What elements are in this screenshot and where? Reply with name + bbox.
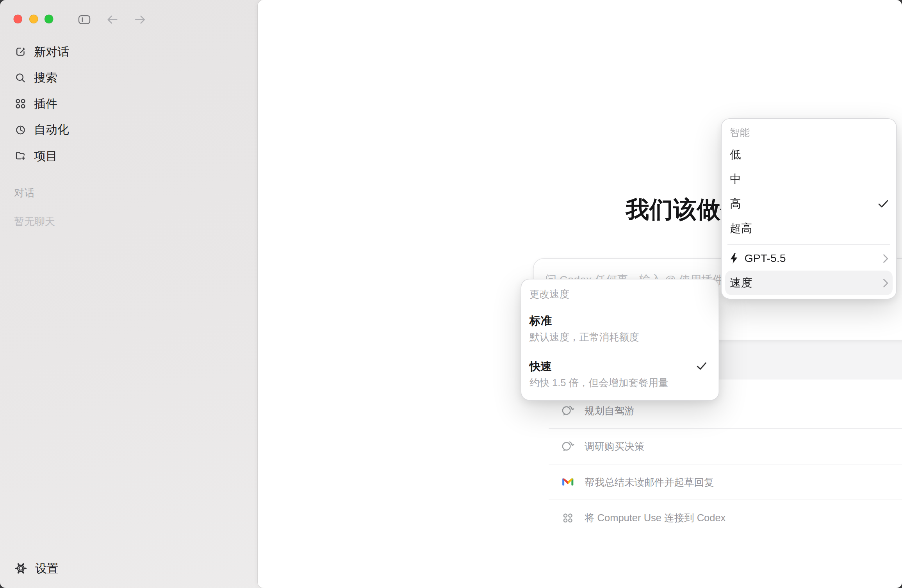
suggestion-label: 调研购买决策 (585, 440, 644, 453)
sidebar-item-settings[interactable]: 设置 (15, 560, 59, 577)
sidebar: 新对话 搜索 插件 (0, 0, 258, 588)
gmail-icon (561, 476, 576, 488)
sidebar-item-label: 搜索 (34, 70, 57, 86)
suggestions-list: 规划自驾游 调研购买决策 (549, 393, 902, 536)
chat-suggestion-icon (561, 440, 576, 453)
suggestion-row[interactable]: 帮我总结未读邮件并起草回复 (549, 465, 902, 501)
compose-icon (15, 46, 27, 57)
suggestion-label: 将 Computer Use 连接到 Codex (585, 511, 726, 525)
chevron-right-icon (883, 253, 889, 264)
folder-plus-icon (15, 150, 27, 162)
app-window: 新对话 搜索 插件 (0, 0, 902, 588)
menu-item-standard-speed[interactable]: 标准 默认速度，正常消耗额度 (521, 314, 719, 345)
zoom-button[interactable] (45, 15, 53, 24)
menu-item-medium[interactable]: 中 (725, 167, 893, 192)
menu-item-low[interactable]: 低 (725, 143, 893, 167)
clock-icon (15, 124, 27, 136)
suggestion-label: 帮我总结未读邮件并起草回复 (585, 475, 714, 489)
menu-item-fast-speed[interactable]: 快速 约快 1.5 倍，但会增加套餐用量 (521, 359, 719, 391)
sidebar-item-label: 项目 (34, 148, 57, 164)
menu-item-label: 低 (730, 147, 741, 162)
menu-item-label: 快速 (529, 359, 711, 374)
menu-section-intelligence: 智能 (725, 123, 893, 143)
lightning-icon (730, 253, 738, 264)
menu-item-ultra-high[interactable]: 超高 (725, 216, 893, 241)
back-icon[interactable] (105, 14, 119, 25)
sidebar-item-label: 插件 (34, 96, 57, 112)
speed-submenu: 更改速度 标准 默认速度，正常消耗额度 快速 约快 1.5 倍，但会增加套餐用量 (521, 279, 720, 401)
menu-item-high[interactable]: 高 (725, 192, 893, 216)
check-icon (878, 200, 889, 208)
menu-item-label: GPT-5.5 (745, 252, 786, 265)
sidebar-item-new-chat[interactable]: 新对话 (0, 39, 252, 65)
menu-divider (727, 244, 890, 245)
conversations-section-label: 对话 (14, 186, 35, 199)
desktop-background: 新对话 搜索 插件 (0, 0, 902, 588)
check-icon (697, 362, 707, 370)
apps-grid-icon (561, 511, 576, 524)
sidebar-item-label: 新对话 (34, 44, 69, 60)
menu-item-label: 超高 (730, 221, 752, 236)
minimize-button[interactable] (29, 15, 38, 24)
suggestion-row[interactable]: 调研购买决策 (549, 429, 902, 465)
sidebar-item-label: 自动化 (34, 122, 69, 138)
suggestion-label: 规划自驾游 (585, 404, 635, 417)
sidebar-item-plugins[interactable]: 插件 (0, 91, 252, 117)
menu-item-description: 默认速度，正常消耗额度 (529, 330, 711, 345)
apps-grid-icon (15, 98, 27, 110)
menu-item-speed[interactable]: 速度 (725, 271, 893, 295)
chat-suggestion-icon (561, 404, 576, 417)
suggestion-row[interactable]: 将 Computer Use 连接到 Codex (549, 500, 902, 535)
speed-submenu-header: 更改速度 (529, 288, 711, 302)
model-options-menu: 智能 低 中 高 超高 GPT-5.5 (721, 118, 897, 299)
chevron-right-icon (883, 278, 889, 288)
forward-icon[interactable] (134, 14, 147, 25)
sidebar-nav: 新对话 搜索 插件 (0, 39, 252, 169)
sidebar-toggle-icon[interactable] (78, 14, 91, 25)
menu-item-description: 约快 1.5 倍，但会增加套餐用量 (529, 376, 711, 391)
menu-item-label: 中 (730, 172, 741, 187)
gear-icon (15, 562, 27, 575)
sidebar-item-label: 设置 (35, 561, 59, 577)
menu-item-model[interactable]: GPT-5.5 (725, 246, 893, 271)
close-button[interactable] (14, 15, 23, 24)
sidebar-item-projects[interactable]: 项目 (0, 143, 252, 169)
sidebar-item-search[interactable]: 搜索 (0, 65, 252, 91)
sidebar-item-automation[interactable]: 自动化 (0, 117, 252, 143)
search-icon (15, 72, 27, 84)
empty-chats-label: 暂无聊天 (14, 215, 55, 228)
menu-item-label: 标准 (529, 314, 711, 328)
menu-item-label: 速度 (730, 275, 752, 290)
menu-item-label: 高 (730, 196, 741, 212)
